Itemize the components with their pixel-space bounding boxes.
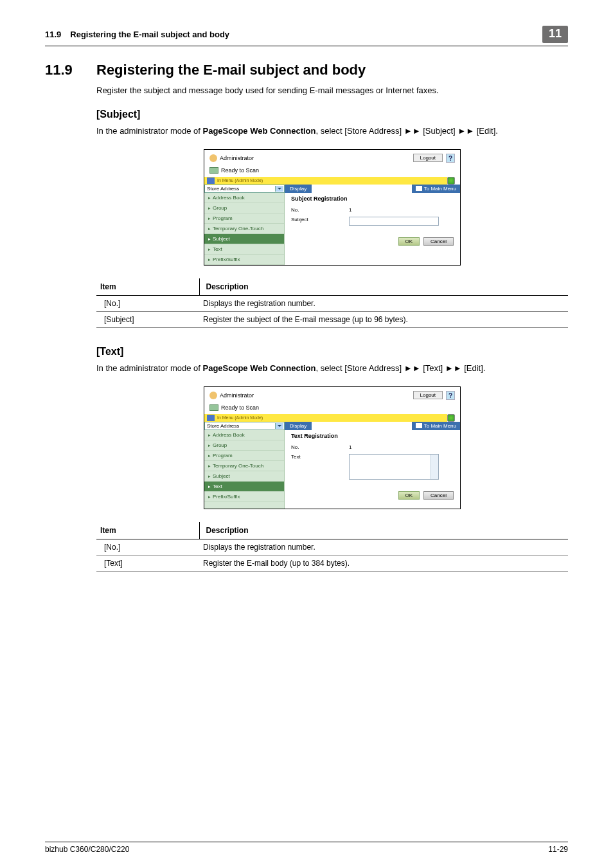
th-description: Description: [199, 522, 568, 539]
subject-screenshot: Administrator Logout ? Ready to Scan In …: [204, 149, 461, 266]
sidebar-item-program[interactable]: Program: [204, 451, 284, 461]
sidebar-item-temporary-one-touch[interactable]: Temporary One-Touch: [204, 224, 284, 234]
no-label: No.: [291, 207, 349, 213]
menu-list-icon: [416, 186, 422, 191]
side-nav: Address Book Group Program Temporary One…: [204, 193, 285, 265]
sidebar-item-prefix-suffix[interactable]: Prefix/Suffix: [204, 492, 284, 502]
text-desc-table: Item Description [No.] Displays the regi…: [96, 522, 568, 572]
cancel-button[interactable]: Cancel: [423, 237, 454, 246]
text-field-label: Text: [291, 454, 349, 460]
text-instruction: In the administrator mode of PageScope W…: [96, 363, 568, 375]
table-row: [No.] Displays the registration number.: [96, 295, 568, 311]
header-section-title: Registering the E-mail subject and body: [70, 30, 542, 39]
form-title: Text Registration: [291, 433, 454, 439]
sidebar-item-text[interactable]: Text: [204, 244, 284, 255]
intro-text: Register the subject and message body us…: [96, 85, 568, 97]
admin-icon: [209, 392, 217, 399]
menu-list-icon: [416, 423, 422, 428]
table-row: [Subject] Register the subject of the E-…: [96, 311, 568, 327]
subject-input[interactable]: [349, 217, 439, 226]
table-row: [No.] Displays the registration number.: [96, 539, 568, 555]
subject-instruction: In the administrator mode of PageScope W…: [96, 125, 568, 138]
admin-icon: [209, 154, 217, 162]
refresh-icon[interactable]: [447, 414, 455, 422]
sidebar-item-temporary-one-touch[interactable]: Temporary One-Touch: [204, 461, 284, 471]
sidebar-item-subject[interactable]: Subject: [204, 471, 284, 482]
help-icon[interactable]: ?: [446, 391, 455, 400]
text-textarea[interactable]: [349, 454, 439, 480]
sidebar-item-text[interactable]: Text: [204, 482, 284, 492]
footer-left: bizhub C360/C280/C220: [45, 845, 129, 854]
mode-label: In Menu (Admin Mode): [217, 415, 263, 420]
page-footer: bizhub C360/C280/C220 11-29: [45, 842, 568, 854]
no-value: 1: [349, 207, 351, 213]
text-heading: [Text]: [96, 346, 568, 357]
th-item: Item: [96, 278, 199, 296]
sidebar-item-subject[interactable]: Subject: [204, 234, 284, 244]
to-main-menu-button[interactable]: To Main Menu: [412, 422, 460, 430]
form-title: Subject Registration: [291, 195, 454, 202]
section-num: 11.9: [45, 62, 96, 78]
printer-icon: [209, 167, 218, 174]
printer-icon: [209, 404, 218, 411]
subject-heading: [Subject]: [96, 109, 568, 120]
admin-label: Administrator: [220, 155, 254, 161]
sidebar-item-prefix-suffix[interactable]: Prefix/Suffix: [204, 255, 284, 265]
ok-button[interactable]: OK: [398, 237, 420, 246]
admin-label: Administrator: [220, 392, 254, 399]
display-button[interactable]: Display: [285, 422, 312, 430]
ready-status: Ready to Scan: [221, 404, 259, 411]
sidebar-item-address-book[interactable]: Address Book: [204, 430, 284, 440]
ready-status: Ready to Scan: [221, 167, 259, 174]
logout-button[interactable]: Logout: [413, 391, 443, 399]
category-dropdown[interactable]: Store Address: [204, 422, 285, 430]
refresh-icon[interactable]: [447, 177, 455, 185]
no-value: 1: [349, 444, 351, 450]
table-row: [Text] Register the E-mail body (up to 3…: [96, 555, 568, 571]
side-nav: Address Book Group Program Temporary One…: [204, 430, 285, 509]
ok-button[interactable]: OK: [398, 491, 420, 500]
th-description: Description: [199, 278, 568, 296]
cancel-button[interactable]: Cancel: [423, 491, 454, 500]
footer-right: 11-29: [548, 845, 568, 854]
text-screenshot: Administrator Logout ? Ready to Scan In …: [204, 386, 461, 509]
section-title: Registering the E-mail subject and body: [96, 62, 366, 78]
sidebar-item-group[interactable]: Group: [204, 440, 284, 451]
sidebar-item-group[interactable]: Group: [204, 203, 284, 213]
display-button[interactable]: Display: [285, 185, 312, 193]
section-heading: 11.9 Registering the E-mail subject and …: [45, 62, 568, 78]
help-icon[interactable]: ?: [446, 154, 455, 163]
th-item: Item: [96, 522, 199, 539]
chapter-badge: 11: [542, 26, 568, 43]
menu-icon: [207, 177, 215, 184]
subject-desc-table: Item Description [No.] Displays the regi…: [96, 278, 568, 328]
header-section-num: 11.9: [45, 30, 61, 39]
logout-button[interactable]: Logout: [413, 154, 443, 162]
sidebar-item-address-book[interactable]: Address Book: [204, 193, 284, 203]
no-label: No.: [291, 444, 349, 450]
subject-field-label: Subject: [291, 217, 349, 222]
category-dropdown[interactable]: Store Address: [204, 185, 285, 193]
menu-icon: [207, 415, 215, 421]
to-main-menu-button[interactable]: To Main Menu: [412, 185, 460, 193]
sidebar-item-program[interactable]: Program: [204, 213, 284, 224]
mode-label: In Menu (Admin Mode): [217, 178, 263, 183]
page-header: 11.9 Registering the E-mail subject and …: [45, 26, 568, 46]
